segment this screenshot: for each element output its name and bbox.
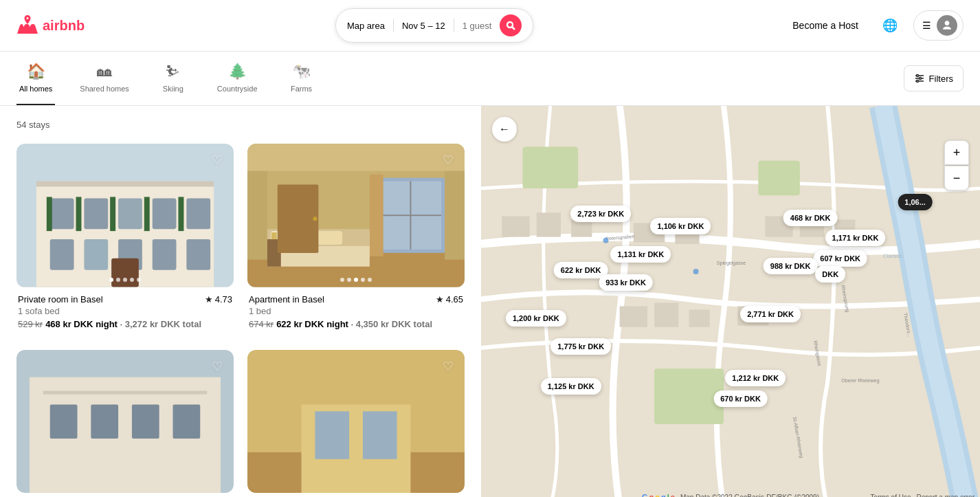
price-bubble-b6[interactable]: 988 kr DKK [764, 258, 818, 274]
svg-rect-25 [144, 197, 150, 231]
become-host-button[interactable]: Become a Host [784, 14, 867, 36]
svg-rect-28 [247, 144, 465, 171]
price-bubble-b3[interactable]: 468 kr DKK [783, 210, 838, 226]
skiing-icon: ⛷ [166, 63, 181, 80]
listing-card-4[interactable]: ♡ [247, 350, 465, 494]
listing-card-2[interactable]: ♡ Apartment in Basel ★ 4.65 [247, 144, 465, 336]
category-farms[interactable]: 🐄 Farms [282, 52, 321, 105]
svg-rect-51 [173, 404, 201, 439]
svg-rect-59 [758, 161, 800, 195]
svg-rect-42 [271, 232, 277, 239]
listing-price-1: 529 kr468 kr DKK night · 3,272 kr DKK to… [18, 319, 232, 329]
price-bubble-b9[interactable]: 622 kr DKK [554, 262, 608, 278]
wishlist-button-1[interactable]: ♡ [208, 151, 227, 170]
total-price-2: 4,350 kr DKK total [356, 319, 432, 329]
svg-rect-22 [47, 197, 52, 231]
category-nav: 🏠 All homes 🏘 Shared homes ⛷ Skiing 🌲 Co… [0, 52, 980, 106]
google-logo: Google [642, 493, 675, 497]
zoom-out-button[interactable]: − [944, 166, 969, 190]
price-bubble-b16[interactable]: 670 kr DKK [713, 390, 768, 407]
listing-title-row-1: Private room in Basel ★ 4.73 [18, 294, 232, 305]
skiing-label: Skiing [163, 85, 183, 93]
listing-info-1: Private room in Basel ★ 4.73 1 sofa bed … [16, 287, 234, 336]
dot-4 [130, 278, 134, 282]
svg-rect-69 [620, 307, 647, 327]
attribution-text: Map Data ©2022 GeoBasis-DE/BKG (©2009) [680, 494, 819, 498]
svg-rect-26 [178, 197, 183, 231]
search-bar[interactable]: Map area Nov 5 – 12 1 guest [335, 8, 533, 43]
price-bubble-b2[interactable]: 1,106 kr DKK [650, 218, 711, 234]
price-bubble-b11[interactable]: 2,771 kr DKK [740, 306, 801, 322]
search-button[interactable] [500, 14, 522, 36]
zoom-in-button[interactable]: + [944, 140, 969, 165]
price-bubble-b5[interactable]: 607 kr DKK [813, 250, 867, 267]
svg-rect-47 [43, 390, 207, 394]
search-divider-2 [454, 19, 454, 32]
map-back-button[interactable]: ← [492, 117, 517, 142]
wishlist-button-3[interactable]: ♡ [208, 357, 227, 376]
rating-value-1: 4.73 [215, 294, 232, 305]
search-guests[interactable]: 1 guest [463, 21, 492, 31]
globe-button[interactable]: 🌐 [878, 13, 902, 38]
shared-homes-label: Shared homes [80, 85, 129, 93]
report-link[interactable]: Report a map error [917, 494, 975, 497]
svg-point-82 [603, 238, 608, 243]
dot-1 [109, 278, 113, 282]
map-background[interactable]: Petersgraben Spiegelgasse Rheingasse Rhe… [481, 106, 980, 497]
map-attribution: Google Map Data ©2022 GeoBasis-DE/BKG (©… [642, 493, 819, 497]
svg-rect-20 [111, 258, 139, 287]
logo[interactable]: airbnb [16, 14, 85, 36]
price-bubble-b14[interactable]: 1,06... [898, 194, 933, 210]
svg-rect-62 [537, 212, 561, 236]
svg-point-5 [916, 75, 918, 77]
price-bubble-b15[interactable]: 1,212 kr DKK [725, 370, 786, 386]
star-icon-1: ★ [205, 294, 213, 305]
price-bubble-b7[interactable]: DKK [815, 266, 845, 283]
listing-title-row-2: Apartment in Basel ★ 4.65 [249, 294, 463, 305]
total-price-1: 3,272 kr DKK total [125, 319, 201, 329]
svg-rect-18 [153, 239, 177, 270]
map-footer: Terms of Use Report a map error [871, 494, 975, 497]
price-bubble-b1[interactable]: 2,723 kr DKK [570, 206, 631, 222]
logo-text: airbnb [43, 18, 85, 34]
listing-title-2: Apartment in Basel [249, 294, 324, 305]
wishlist-button-2[interactable]: ♡ [438, 151, 458, 170]
svg-point-0 [507, 22, 513, 27]
wishlist-button-4[interactable]: ♡ [438, 357, 458, 376]
category-all-homes[interactable]: 🏠 All homes [16, 52, 55, 105]
listing-image-wrap-4: ♡ [247, 350, 465, 494]
stays-count: 54 stays [16, 120, 465, 130]
category-shared-homes[interactable]: 🏘 Shared homes [77, 52, 132, 105]
svg-rect-13 [153, 198, 177, 229]
user-menu[interactable]: ☰ [913, 10, 964, 41]
listing-rating-1: ★ 4.73 [205, 294, 232, 305]
terms-link[interactable]: Terms of Use [871, 494, 911, 497]
listing-image-2 [247, 144, 465, 287]
svg-rect-15 [50, 239, 74, 270]
price-unit-1: night [96, 319, 118, 329]
category-countryside[interactable]: 🌲 Countryside [214, 52, 260, 105]
all-homes-label: All homes [19, 85, 52, 93]
map-panel: Petersgraben Spiegelgasse Rheingasse Rhe… [481, 106, 980, 497]
price-bubble-b17[interactable]: 1,125 kr DKK [541, 378, 601, 395]
price-bubble-b12[interactable]: 1,200 kr DKK [506, 310, 566, 327]
listing-card-3[interactable]: ♡ [16, 350, 234, 494]
price-bubble-b4[interactable]: 1,171 kr DKK [825, 230, 886, 246]
svg-rect-12 [118, 198, 142, 229]
price-bubble-b10[interactable]: 933 kr DKK [599, 274, 653, 291]
original-price-1: 529 kr [18, 319, 43, 329]
search-dates[interactable]: Nov 5 – 12 [402, 21, 445, 31]
dot-2-3 [354, 278, 358, 282]
countryside-icon: 🌲 [228, 63, 247, 80]
listing-card-1[interactable]: ♡ Private room in Basel ★ 4.73 [16, 144, 234, 336]
dot-3 [123, 278, 127, 282]
price-bubble-b13[interactable]: 1,775 kr DKK [550, 338, 611, 355]
listing-subtitle-2: 1 bed [249, 306, 463, 316]
dot-2-4 [361, 278, 365, 282]
filters-button[interactable]: Filters [904, 65, 964, 91]
listing-image-wrap-3: ♡ [16, 350, 234, 494]
search-area[interactable]: Map area [347, 21, 385, 31]
category-skiing[interactable]: ⛷ Skiing [154, 52, 192, 105]
price-bubble-b8[interactable]: 1,131 kr DKK [610, 246, 671, 263]
star-icon-2: ★ [436, 294, 444, 305]
